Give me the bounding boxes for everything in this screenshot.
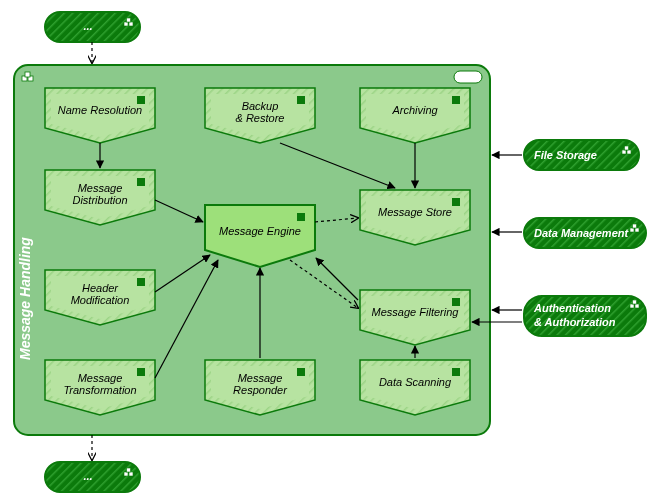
cube-icon [452, 298, 460, 306]
svg-rect-8 [25, 72, 30, 77]
cube-icon [137, 178, 145, 186]
name-resolution-label: Name Resolution [58, 104, 142, 116]
external-auth: Authentication & Authorization [524, 296, 646, 336]
auth-label-1: Authentication [533, 302, 611, 314]
cube-icon [137, 278, 145, 286]
external-file-storage: File Storage [524, 140, 639, 170]
msg-store-label: Message Store [378, 206, 452, 218]
top-pill: ... [45, 12, 140, 42]
cube-icon [297, 368, 305, 376]
archiving-label: Archiving [391, 104, 438, 116]
svg-rect-23 [635, 228, 639, 232]
top-pill-label: ... [83, 20, 92, 32]
msg-filtering-label: Message Filtering [372, 306, 460, 318]
container-label: Message Handling [17, 237, 33, 360]
svg-rect-27 [635, 304, 639, 308]
cube-icon [297, 213, 305, 221]
header-mod-label-2: Modification [71, 294, 130, 306]
cube-icon [137, 96, 145, 104]
data-scanning-label: Data Scanning [379, 376, 452, 388]
auth-label-2: & Authorization [534, 316, 616, 328]
file-storage-label: File Storage [534, 149, 597, 161]
backup-label-2: & Restore [236, 112, 285, 124]
msg-resp-label-1: Message [238, 372, 283, 384]
bottom-pill-label: ... [83, 470, 92, 482]
cube-icon [297, 96, 305, 104]
svg-rect-15 [129, 472, 133, 476]
svg-rect-14 [124, 472, 128, 476]
svg-rect-24 [633, 224, 637, 228]
svg-rect-26 [630, 304, 634, 308]
svg-rect-18 [622, 150, 626, 154]
cube-icon [137, 368, 145, 376]
svg-rect-20 [625, 146, 629, 150]
msg-dist-label-2: Distribution [72, 194, 127, 206]
svg-rect-12 [127, 18, 131, 22]
svg-rect-19 [627, 150, 631, 154]
msg-trans-label-2: Transformation [63, 384, 136, 396]
svg-rect-22 [630, 228, 634, 232]
svg-rect-16 [127, 468, 131, 472]
svg-rect-11 [129, 22, 133, 26]
header-mod-label-1: Header [82, 282, 119, 294]
msg-trans-label-1: Message [78, 372, 123, 384]
cube-icon [452, 368, 460, 376]
msg-dist-label-1: Message [78, 182, 123, 194]
bottom-pill: ... [45, 462, 140, 492]
cube-icon [452, 96, 460, 104]
msg-engine-label: Message Engine [219, 225, 301, 237]
msg-resp-label-2: Responder [233, 384, 288, 396]
svg-rect-10 [124, 22, 128, 26]
svg-rect-5 [454, 71, 482, 83]
data-management-label: Data Management [534, 227, 629, 239]
external-data-management: Data Management [524, 218, 646, 248]
backup-label-1: Backup [242, 100, 279, 112]
svg-rect-28 [633, 300, 637, 304]
cube-icon [452, 198, 460, 206]
